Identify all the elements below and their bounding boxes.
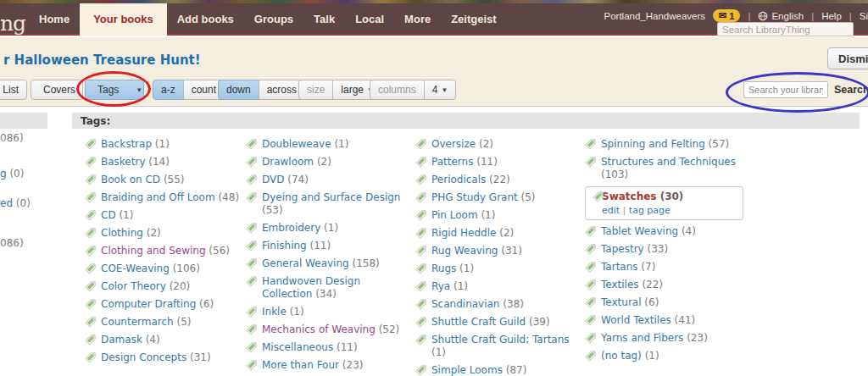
site-logo-fragment[interactable]: ng bbox=[0, 11, 25, 36]
tag-actions: edit | tag page bbox=[602, 204, 737, 217]
tag-action-tag-page[interactable]: tag page bbox=[629, 205, 670, 216]
tag-link[interactable]: Patterns bbox=[431, 156, 473, 168]
tag-link[interactable]: CD bbox=[101, 209, 116, 221]
tag-link[interactable]: DVD bbox=[262, 174, 284, 185]
tag-link[interactable]: Tablet Weaving bbox=[601, 225, 678, 237]
tag-link[interactable]: Book on CD bbox=[101, 174, 160, 185]
username-link[interactable]: Portland_Handweavers bbox=[604, 11, 706, 21]
tag-link[interactable]: COE-Weaving bbox=[101, 263, 170, 274]
tag-link[interactable]: Shuttle Craft Guild; Tartans bbox=[431, 334, 570, 346]
tab-home[interactable]: Home bbox=[29, 3, 80, 36]
tag-count: (34) bbox=[312, 288, 336, 300]
tag-link[interactable]: Periodicals bbox=[431, 174, 486, 185]
tag-link[interactable]: Scandinavian bbox=[431, 298, 499, 310]
tag-link[interactable]: Yarns and Fibers bbox=[601, 332, 683, 344]
tag-link[interactable]: (no tag) bbox=[601, 350, 642, 362]
tag-link[interactable]: Braiding and Off Loom bbox=[101, 191, 215, 203]
tag-link[interactable]: Rug Weaving bbox=[431, 245, 498, 257]
library-search-input[interactable] bbox=[743, 81, 828, 98]
tag-count: (2) bbox=[143, 227, 161, 239]
tag-link[interactable]: PHG Study Grant bbox=[431, 191, 518, 203]
sidebar-item-fragment[interactable]: 086) bbox=[0, 132, 24, 144]
tag-column-1: Backstrap (1)Basketry (14)Book on CD (55… bbox=[85, 138, 242, 369]
tag-link[interactable]: Drawloom bbox=[262, 156, 314, 168]
sidebar-count-fragment: (0) bbox=[13, 197, 31, 209]
tag-link[interactable]: Spinning and Felting bbox=[601, 138, 705, 150]
tag-count: (4) bbox=[678, 225, 696, 237]
sidebar-item-fragment[interactable]: g (0) bbox=[0, 168, 24, 180]
tag-link[interactable]: World Textiles bbox=[601, 314, 671, 326]
tab-your-books[interactable]: Your books bbox=[80, 3, 167, 36]
help-link[interactable]: Help bbox=[821, 11, 842, 21]
tag-link[interactable]: Backstrap bbox=[101, 138, 152, 150]
tag-link[interactable]: Doubleweave bbox=[262, 138, 331, 150]
tag-link[interactable]: More than Four bbox=[262, 359, 339, 371]
tag-link[interactable]: Inkle bbox=[262, 306, 287, 318]
tag-link[interactable]: Mechanics of Weaving bbox=[262, 323, 376, 335]
tag-action-edit[interactable]: edit bbox=[602, 205, 620, 216]
tab-add-books[interactable]: Add books bbox=[167, 3, 244, 36]
tab-more[interactable]: More bbox=[394, 3, 441, 36]
sidebar-item-fragment[interactable]: 086) bbox=[0, 237, 24, 249]
tag-icon bbox=[415, 299, 426, 310]
inbox-badge[interactable]: ✉1 bbox=[713, 9, 740, 22]
tag-link[interactable]: Rugs bbox=[431, 263, 456, 274]
tag-link[interactable]: Dyeing and Surface Design bbox=[262, 191, 400, 203]
tag-link[interactable]: Tapestry bbox=[601, 243, 644, 255]
tag-item: Oversize (2) bbox=[415, 138, 576, 151]
tag-link[interactable]: Design Concepts bbox=[101, 351, 186, 363]
sort-az-button[interactable]: a-z bbox=[153, 80, 184, 100]
tag-item: Spinning and Felting (57) bbox=[585, 138, 743, 151]
separator: | bbox=[811, 11, 814, 21]
library-search-button[interactable]: Search bbox=[832, 82, 868, 97]
sidebar-link-fragment[interactable]: g bbox=[0, 168, 7, 180]
language-selector[interactable]: English bbox=[758, 11, 804, 21]
tag-link[interactable]: General Weaving bbox=[262, 257, 349, 269]
tab-zeitgeist[interactable]: Zeitgeist bbox=[441, 3, 506, 36]
view-tags-button[interactable]: Tags ▼ bbox=[85, 80, 144, 100]
tag-link[interactable]: Textural bbox=[601, 296, 642, 308]
tag-link[interactable]: Miscellaneous bbox=[262, 341, 333, 353]
tab-talk[interactable]: Talk bbox=[303, 3, 345, 36]
site-search-input[interactable] bbox=[717, 22, 854, 36]
direction-down-button[interactable]: down bbox=[218, 80, 259, 100]
tag-link[interactable]: Structures and Techniques bbox=[601, 156, 736, 168]
tag-column-4: Spinning and Felting (57)Structures and … bbox=[585, 138, 743, 368]
dismiss-button[interactable]: Dismiss bbox=[827, 47, 868, 69]
tag-icon bbox=[415, 139, 426, 150]
tag-item: Scandinavian (38) bbox=[415, 298, 576, 311]
signout-link[interactable]: Sign out bbox=[860, 11, 868, 21]
tag-link[interactable]: Swatches bbox=[602, 191, 657, 202]
tag-link[interactable]: Tartans bbox=[601, 261, 638, 273]
tag-link[interactable]: Computer Drafting bbox=[101, 298, 196, 310]
tag-link[interactable]: Rya bbox=[431, 280, 450, 292]
sidebar-link-fragment[interactable]: ed bbox=[0, 197, 13, 209]
tag-link[interactable]: Simple Looms bbox=[431, 364, 503, 376]
tag-link[interactable]: Finishing bbox=[262, 240, 307, 252]
columns-select[interactable]: 4 ▼ bbox=[424, 80, 457, 100]
tags-label: Tags bbox=[97, 84, 119, 96]
tag-link[interactable]: Embroidery bbox=[262, 222, 320, 234]
tab-local[interactable]: Local bbox=[345, 3, 394, 36]
tag-link[interactable]: Clothing and Sewing bbox=[101, 245, 206, 257]
tag-link[interactable]: Shuttle Craft Guild bbox=[431, 316, 526, 328]
tag-link[interactable]: Oversize bbox=[431, 138, 476, 150]
view-list-button[interactable]: List bbox=[0, 80, 27, 100]
chevron-down-icon[interactable]: ▼ bbox=[136, 86, 142, 94]
tag-link[interactable]: Clothing bbox=[101, 227, 143, 239]
tag-link[interactable]: Color Theory bbox=[101, 280, 166, 292]
sidebar-item-fragment[interactable]: ed (0) bbox=[0, 197, 31, 209]
tag-icon bbox=[585, 297, 596, 308]
tag-link[interactable]: Textiles bbox=[601, 279, 639, 290]
tab-groups[interactable]: Groups bbox=[244, 3, 303, 36]
tag-link[interactable]: Damask bbox=[101, 334, 142, 346]
view-covers-button[interactable]: Covers bbox=[31, 80, 83, 100]
tag-count: (33) bbox=[644, 243, 668, 255]
tag-count: (56) bbox=[206, 245, 230, 257]
tag-link[interactable]: Countermarch bbox=[101, 316, 174, 328]
navbar-tabs: HomeYour booksAdd booksGroupsTalkLocalMo… bbox=[29, 3, 507, 36]
tag-count: (1) bbox=[431, 346, 446, 358]
tag-link[interactable]: Rigid Heddle bbox=[431, 227, 496, 239]
tag-link[interactable]: Pin Loom bbox=[431, 209, 478, 221]
tag-link[interactable]: Basketry bbox=[101, 156, 145, 168]
